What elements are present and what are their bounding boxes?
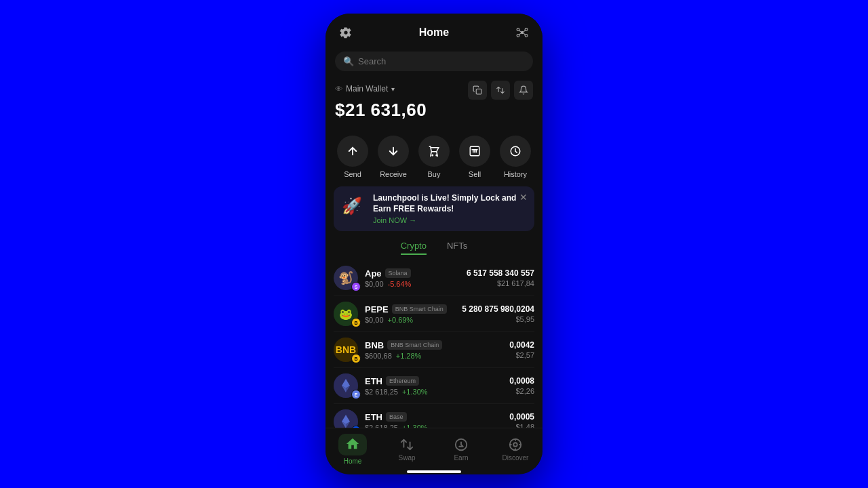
asset-list: 🐒 S Ape Solana $0,00 -5.64% 6 517 558 34…: [326, 258, 542, 428]
eth-change: +1.30%: [402, 388, 428, 396]
bnb-usd: $2,57: [509, 351, 534, 359]
eth-name: ETH: [365, 376, 382, 386]
eth-base-amounts: 0,0005 $1,48: [509, 412, 534, 428]
eth-ethereum-balance: 0,0008: [509, 376, 534, 386]
banner-link[interactable]: Join NOW →: [373, 216, 526, 224]
eth-base-usd: $1,48: [509, 423, 534, 428]
banner-close-button[interactable]: ✕: [519, 192, 528, 203]
action-buttons: Send Receive Buy: [326, 129, 542, 182]
asset-item-bnb[interactable]: BNB B BNB BNB Smart Chain $600,68 +1.28%…: [334, 332, 534, 368]
sol-chain-badge: S: [351, 282, 361, 291]
send-button[interactable]: Send: [337, 136, 368, 178]
bnb-logo: BNB B: [334, 338, 358, 362]
ape-chain: Solana: [385, 268, 411, 278]
launchpool-banner: 🚀 Launchpool is Live! Simply Lock and Ea…: [334, 186, 534, 231]
notifications-button[interactable]: [514, 81, 533, 100]
receive-label: Receive: [380, 170, 407, 178]
header-title: Home: [419, 26, 449, 39]
nav-swap[interactable]: Swap: [380, 437, 434, 462]
eth-ethereum-amounts: 0,0008 $2,26: [509, 376, 534, 395]
eth-ethereum-info: ETH Ethereum $2 618,25 +1.30%: [365, 376, 502, 396]
nav-earn-label: Earn: [454, 454, 468, 462]
wallet-label-row[interactable]: 👁 Main Wallet ▾: [335, 84, 395, 94]
pepe-change: +0.69%: [388, 316, 414, 324]
sell-icon-circle: [459, 136, 490, 167]
receive-button[interactable]: Receive: [378, 136, 409, 178]
asset-tabs: Crypto NFTs: [326, 235, 542, 258]
buy-label: Buy: [428, 170, 441, 178]
sell-button[interactable]: Sell: [459, 136, 490, 178]
tab-nfts[interactable]: NFTs: [447, 241, 467, 255]
ape-balance: 6 517 558 340 557: [467, 268, 534, 278]
nav-home-label: Home: [344, 458, 362, 465]
svg-text:BNB: BNB: [336, 344, 356, 355]
ape-price: $0,00: [365, 280, 384, 288]
search-input[interactable]: [358, 56, 525, 66]
bnb-price: $600,68: [365, 352, 392, 360]
eth-base-name: ETH: [365, 412, 382, 422]
eth-base-logo: B: [334, 409, 358, 428]
eth-base-info: ETH Base $2 618,25 +1.30%: [365, 412, 502, 428]
buy-icon-circle: [418, 136, 450, 167]
ape-usd: $21 617,84: [467, 279, 534, 287]
bottom-nav: Home Swap Earn Disco: [326, 428, 542, 468]
wallet-action-icons: [468, 81, 533, 100]
bnb-balance: 0,0042: [509, 340, 534, 350]
nav-swap-label: Swap: [398, 454, 415, 462]
eth-ethereum-logo: E: [334, 373, 358, 398]
svg-line-7: [519, 33, 520, 35]
wallet-chevron-icon: ▾: [391, 85, 395, 93]
svg-line-5: [519, 30, 520, 32]
pepe-balance: 5 280 875 980,0204: [462, 304, 534, 314]
search-bar[interactable]: 🔍: [335, 52, 533, 71]
nav-discover[interactable]: Discover: [488, 437, 542, 462]
bnb-info: BNB BNB Smart Chain $600,68 +1.28%: [365, 340, 502, 360]
settings-icon[interactable]: [336, 23, 355, 42]
svg-point-36: [513, 443, 517, 447]
pepe-amounts: 5 280 875 980,0204 $5,95: [462, 304, 534, 323]
buy-button[interactable]: Buy: [418, 136, 450, 178]
copy-address-button[interactable]: [468, 81, 487, 100]
pepe-logo: 🐸 B: [334, 302, 358, 326]
eth-base-chain: Base: [386, 412, 407, 422]
ape-logo: 🐒 S: [334, 266, 358, 290]
wallet-name: Main Wallet: [346, 84, 388, 94]
ape-amounts: 6 517 558 340 557 $21 617,84: [467, 268, 534, 287]
svg-rect-9: [476, 89, 481, 94]
sell-label: Sell: [469, 170, 481, 178]
bnb-chain-badge2: B: [351, 354, 361, 363]
nav-home[interactable]: Home: [326, 434, 380, 465]
eth-base-balance: 0,0005: [509, 412, 534, 422]
asset-item-ape[interactable]: 🐒 S Ape Solana $0,00 -5.64% 6 517 558 34…: [334, 260, 534, 296]
swap-button[interactable]: [491, 81, 510, 100]
svg-point-0: [521, 31, 524, 35]
search-icon: 🔍: [343, 56, 354, 66]
bnb-chain-badge: B: [351, 318, 361, 327]
send-icon-circle: [337, 136, 368, 167]
nav-earn[interactable]: Earn: [434, 437, 488, 462]
history-button[interactable]: History: [500, 136, 531, 178]
tab-crypto[interactable]: Crypto: [401, 241, 427, 255]
wallet-balance: $21 631,60: [335, 100, 533, 121]
ape-info: Ape Solana $0,00 -5.64%: [365, 268, 460, 288]
eth-chain-badge: E: [351, 390, 361, 399]
bnb-name: BNB: [365, 340, 384, 350]
asset-item-eth-ethereum[interactable]: E ETH Ethereum $2 618,25 +1.30% 0,0008 $…: [334, 368, 534, 404]
pepe-price: $0,00: [365, 316, 384, 324]
ape-change: -5.64%: [388, 280, 412, 288]
base-chain-badge: B: [351, 426, 361, 428]
connect-icon[interactable]: [513, 23, 532, 42]
asset-item-pepe[interactable]: 🐸 B PEPE BNB Smart Chain $0,00 +0.69% 5 …: [334, 296, 534, 332]
wallet-section: 👁 Main Wallet ▾: [326, 75, 542, 129]
pepe-info: PEPE BNB Smart Chain $0,00 +0.69%: [365, 304, 455, 324]
home-indicator: [407, 470, 461, 473]
phone-container: Home 🔍 👁 Main Wallet ▾: [326, 14, 542, 474]
asset-item-eth-base[interactable]: B ETH Base $2 618,25 +1.30% 0,0005 $1,48: [334, 404, 534, 428]
wallet-eye-icon: 👁: [335, 85, 342, 93]
banner-title: Launchpool is Live! Simply Lock and Earn…: [373, 193, 526, 214]
eth-price: $2 618,25: [365, 388, 398, 396]
banner-text: Launchpool is Live! Simply Lock and Earn…: [373, 193, 526, 224]
bnb-change: +1.28%: [396, 352, 422, 360]
pepe-chain: BNB Smart Chain: [392, 304, 447, 314]
pepe-name: PEPE: [365, 304, 389, 314]
